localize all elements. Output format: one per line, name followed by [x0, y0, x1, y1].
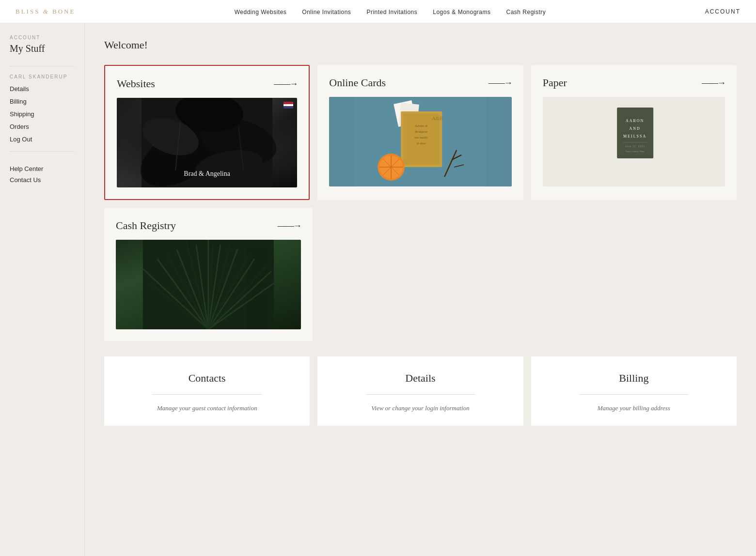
websites-card-header: Websites ——→ — [117, 77, 297, 90]
sidebar-item-shipping[interactable]: Shipping — [10, 110, 34, 118]
nav-links: Wedding Websites Online Invitations Prin… — [235, 7, 546, 16]
websites-card[interactable]: Websites ——→ — [104, 65, 310, 200]
svg-text:AARON: AARON — [626, 119, 644, 123]
flag-icon — [284, 102, 293, 108]
page-title: Welcome! — [104, 39, 737, 51]
online-cards-svg: Adrian & Bridgette are madly in love — [329, 97, 511, 186]
cash-registry-card[interactable]: Cash Registry ——→ — [104, 208, 313, 341]
paper-card-header: Paper ——→ — [543, 77, 725, 89]
sidebar-title: My Stuff — [10, 43, 75, 54]
paper-svg: AARON AND MEILSSA June 12, 2021 Some Loc… — [543, 97, 725, 186]
main-content: Welcome! Websites ——→ — [85, 23, 756, 556]
paper-card[interactable]: Paper ——→ AARON AND MEILSSA June 12, 202… — [531, 65, 737, 200]
sidebar-bottom-links: Help Center Contact Us — [10, 165, 75, 184]
online-cards-title: Online Cards — [329, 77, 386, 89]
second-row-grid: Cash Registry ——→ — [104, 208, 737, 341]
online-cards-image: Adrian & Bridgette are madly in love — [329, 97, 511, 186]
page-layout: ACCOUNT My Stuff CARL SKANDERUP Details … — [0, 0, 756, 556]
cash-registry-svg — [116, 240, 301, 329]
sidebar-item-orders[interactable]: Orders — [10, 123, 29, 130]
online-cards-header: Online Cards ——→ — [329, 77, 511, 89]
svg-text:AND: AND — [629, 126, 640, 131]
contacts-divider — [152, 394, 262, 395]
cash-registry-image — [116, 240, 301, 329]
paper-arrow-icon: ——→ — [702, 78, 725, 88]
online-cards-arrow-icon: ——→ — [488, 78, 512, 88]
cash-registry-arrow-icon: ——→ — [278, 221, 301, 231]
main-cards-grid: Websites ——→ — [104, 65, 737, 200]
sidebar-item-billing[interactable]: Billing — [10, 98, 27, 105]
details-card-title: Details — [329, 372, 511, 385]
nav-wedding-websites[interactable]: Wedding Websites — [235, 9, 287, 15]
paper-card-image: AARON AND MEILSSA June 12, 2021 Some Loc… — [543, 97, 725, 186]
contacts-description: Manage your guest contact information — [116, 404, 298, 412]
svg-text:Some Location, State: Some Location, State — [626, 150, 645, 153]
online-cards-card[interactable]: Online Cards ——→ Adrian & — [317, 65, 523, 200]
svg-text:in love: in love — [417, 141, 426, 145]
websites-card-title: Websites — [117, 77, 155, 90]
svg-rect-54 — [143, 240, 274, 329]
cash-registry-header: Cash Registry ——→ — [116, 219, 301, 232]
details-card[interactable]: Details View or change your login inform… — [317, 356, 523, 426]
sidebar: ACCOUNT My Stuff CARL SKANDERUP Details … — [0, 23, 85, 556]
account-link[interactable]: ACCOUNT — [705, 8, 740, 15]
svg-text:Adrian &: Adrian & — [414, 124, 428, 128]
sidebar-item-logout[interactable]: Log Out — [10, 136, 32, 143]
bottom-section: Contacts Manage your guest contact infor… — [104, 356, 737, 426]
brand-logo[interactable]: BLISS & BONE — [16, 8, 75, 15]
billing-card[interactable]: Billing Manage your billing address — [531, 356, 737, 426]
top-navigation: BLISS & BONE Wedding Websites Online Inv… — [0, 0, 756, 23]
websites-couple-name: Brad & Angelina — [184, 170, 230, 178]
paper-card-title: Paper — [543, 77, 567, 89]
svg-text:A&B: A&B — [431, 115, 442, 121]
nav-logos-monograms[interactable]: Logos & Monograms — [433, 9, 490, 15]
billing-divider — [579, 394, 689, 395]
svg-text:MEILSSA: MEILSSA — [623, 134, 646, 139]
sidebar-section-label: ACCOUNT — [10, 35, 75, 40]
nav-cash-registry[interactable]: Cash Registry — [506, 9, 546, 15]
cash-registry-title: Cash Registry — [116, 219, 176, 232]
billing-card-title: Billing — [543, 372, 725, 385]
sidebar-divider — [10, 66, 75, 66]
nav-online-invitations[interactable]: Online Invitations — [302, 9, 351, 15]
sidebar-divider-bottom — [10, 151, 75, 152]
websites-arrow-icon: ——→ — [274, 79, 297, 89]
brand-name: BLISS & BONE — [16, 8, 75, 15]
sidebar-item-details[interactable]: Details — [10, 85, 29, 93]
contacts-card[interactable]: Contacts Manage your guest contact infor… — [104, 356, 310, 426]
websites-card-image: Brad & Angelina — [117, 98, 297, 187]
contacts-card-title: Contacts — [116, 372, 298, 385]
svg-text:are madly: are madly — [415, 136, 429, 139]
details-description: View or change your login information — [329, 404, 511, 412]
sidebar-help-center[interactable]: Help Center — [10, 165, 75, 172]
nav-printed-invitations[interactable]: Printed Invitations — [366, 9, 417, 15]
billing-description: Manage your billing address — [543, 404, 725, 412]
svg-text:Bridgette: Bridgette — [415, 130, 427, 134]
sidebar-nav: Details Billing Shipping Orders Log Out — [10, 84, 75, 143]
sidebar-user-name: CARL SKANDERUP — [10, 74, 75, 79]
empty-space — [320, 208, 737, 341]
details-divider — [366, 394, 475, 395]
svg-text:June 12, 2021: June 12, 2021 — [625, 145, 645, 148]
sidebar-contact-us[interactable]: Contact Us — [10, 176, 75, 184]
bottom-cards-grid: Contacts Manage your guest contact infor… — [104, 356, 737, 426]
